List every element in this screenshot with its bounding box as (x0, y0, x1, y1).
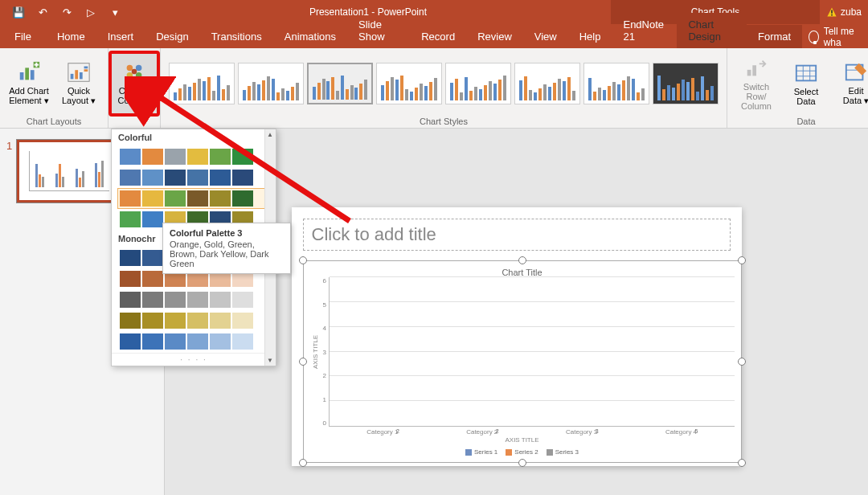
svg-rect-21 (752, 65, 756, 76)
svg-rect-4 (25, 68, 29, 80)
color-palette-row[interactable] (118, 168, 269, 187)
slide-canvas[interactable]: Click to add title Chart Title AXIS TITL… (292, 207, 742, 466)
chart-style-option-4[interactable] (376, 63, 442, 104)
svg-rect-12 (80, 72, 83, 79)
color-swatch (165, 170, 186, 186)
svg-point-17 (127, 72, 133, 79)
chart-plot-area[interactable]: 4.32.42Category 12.54.42Category 23.51.8… (329, 277, 735, 427)
color-swatch (120, 250, 141, 266)
color-swatch (187, 149, 208, 165)
svg-rect-10 (71, 74, 74, 80)
switch-row-column-icon (743, 56, 769, 80)
resize-handle[interactable] (299, 256, 307, 264)
color-swatch (187, 333, 208, 350)
color-swatch (165, 333, 186, 350)
group-label-data: Data (796, 115, 815, 128)
tab-insert[interactable]: Insert (96, 25, 145, 48)
tab-slideshow[interactable]: Slide Show (347, 13, 410, 48)
color-swatch (187, 170, 208, 186)
tab-animations[interactable]: Animations (273, 25, 347, 48)
tab-home[interactable]: Home (46, 25, 96, 48)
chart-style-option-5[interactable] (445, 63, 511, 104)
tab-design[interactable]: Design (145, 25, 199, 48)
chart-legend[interactable]: Series 1Series 2Series 3 (310, 448, 735, 456)
select-data-button[interactable]: Select Data (782, 52, 830, 115)
color-swatch (120, 211, 141, 227)
tab-transitions[interactable]: Transitions (200, 25, 273, 48)
ribbon-tabs: File Home Insert Design Transitions Anim… (0, 24, 868, 48)
chart-style-option-2[interactable] (238, 63, 304, 104)
y-axis-ticks: 6543210 (321, 277, 329, 427)
color-swatch (142, 271, 163, 287)
color-swatch (120, 190, 141, 207)
qat-customize-button[interactable]: ▾ (104, 2, 125, 22)
color-swatch (120, 149, 141, 165)
lightbulb-icon (809, 31, 818, 43)
color-palette-row[interactable] (118, 311, 269, 330)
group-label-styles: Chart Styles (420, 115, 468, 128)
undo-button[interactable]: ↶ (32, 2, 53, 22)
chart-style-option-7[interactable] (583, 63, 649, 104)
group-change-colors: Change Colors ▾ (108, 48, 161, 128)
tooltip-title: Colorful Palette 3 (170, 228, 284, 238)
chart-style-option-1[interactable] (169, 63, 235, 104)
tell-me-search[interactable]: Tell me wha (802, 26, 868, 48)
select-data-icon (793, 61, 819, 85)
edit-data-button[interactable]: Edit Data ▾ (832, 52, 868, 115)
resize-handle[interactable] (518, 256, 526, 264)
color-palette-row[interactable] (118, 189, 269, 208)
edit-data-icon (843, 60, 868, 84)
tab-view[interactable]: View (523, 25, 568, 48)
svg-rect-11 (75, 70, 78, 79)
resize-handle[interactable] (299, 358, 307, 366)
color-swatch (142, 170, 163, 186)
tab-endnote[interactable]: EndNote 21 (612, 13, 677, 48)
start-from-beginning-button[interactable]: ▷ (80, 2, 101, 22)
dropdown-resize-grip[interactable]: · · · · (112, 353, 276, 366)
svg-rect-13 (84, 67, 88, 69)
tooltip-description: Orange, Gold, Green, Brown, Dark Yellow,… (170, 239, 269, 268)
resize-handle[interactable] (518, 459, 526, 467)
tab-help[interactable]: Help (568, 25, 612, 48)
color-palette-row[interactable] (118, 290, 269, 309)
chart-style-option-3[interactable] (307, 63, 373, 104)
color-swatch (210, 292, 231, 308)
user-account[interactable]: zuba (820, 6, 868, 18)
color-palette-row[interactable] (118, 332, 269, 351)
quick-layout-button[interactable]: Quick Layout ▾ (55, 52, 103, 115)
color-swatch (187, 313, 208, 329)
chart-style-option-6[interactable] (514, 63, 580, 104)
svg-rect-20 (747, 69, 751, 76)
warning-icon (826, 6, 837, 18)
resize-handle[interactable] (738, 358, 746, 366)
resize-handle[interactable] (738, 459, 746, 467)
save-button[interactable]: 💾 (8, 2, 29, 22)
group-label-layouts: Chart Layouts (27, 115, 81, 128)
y-axis-title[interactable]: AXIS TITLE (310, 277, 321, 427)
color-swatch (210, 170, 231, 186)
color-swatch (165, 292, 186, 308)
resize-handle[interactable] (738, 256, 746, 264)
chart-styles-gallery[interactable] (166, 59, 722, 108)
svg-rect-22 (796, 65, 816, 80)
title-placeholder[interactable]: Click to add title (303, 219, 731, 251)
svg-point-19 (132, 69, 137, 75)
add-chart-element-button[interactable]: Add Chart Element ▾ (5, 52, 53, 115)
tab-file[interactable]: File (0, 25, 46, 48)
chart-object[interactable]: Chart Title AXIS TITLE 6543210 4.32.42Ca… (303, 260, 742, 463)
tab-review[interactable]: Review (466, 25, 523, 48)
color-palette-row[interactable] (118, 147, 269, 166)
color-swatch (142, 292, 163, 308)
color-swatch (142, 190, 163, 207)
tab-record[interactable]: Record (410, 25, 466, 48)
svg-point-15 (127, 65, 133, 72)
tab-chart-design[interactable]: Chart Design (677, 13, 747, 48)
x-axis-title[interactable]: AXIS TITLE (310, 436, 735, 444)
change-colors-dropdown[interactable]: ▲▼ Colorful Monochr · · · · Colorful Pal… (111, 129, 276, 366)
tab-format[interactable]: Format (747, 25, 802, 48)
resize-handle[interactable] (299, 459, 307, 467)
change-colors-button[interactable]: Change Colors ▾ (110, 52, 158, 115)
chart-style-option-8[interactable] (653, 63, 719, 104)
redo-button[interactable]: ↷ (56, 2, 77, 22)
color-swatch (210, 190, 231, 207)
